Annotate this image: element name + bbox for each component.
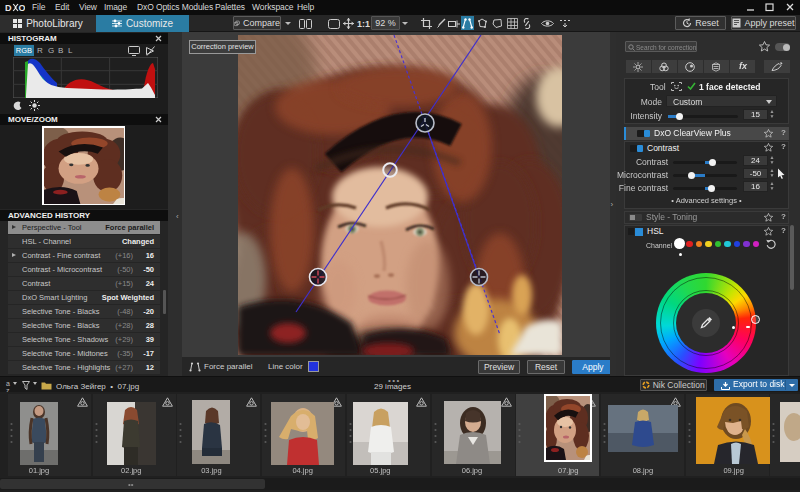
svg-text:D: D — [5, 3, 12, 12]
svg-text:O: O — [19, 3, 26, 12]
